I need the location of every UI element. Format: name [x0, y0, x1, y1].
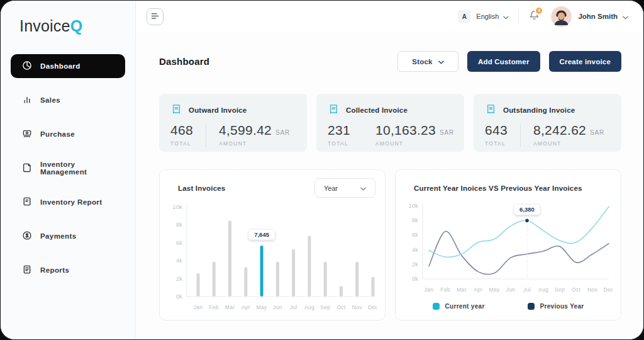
menu-toggle-button[interactable]: [147, 8, 164, 25]
y-tick: 10k: [173, 204, 183, 210]
stat-amount-label: AMOUNT: [219, 140, 290, 147]
year-filter-dropdown[interactable]: Year: [314, 178, 375, 198]
y-tick: 10k: [409, 203, 419, 209]
stock-dropdown-button[interactable]: Stock: [397, 51, 458, 72]
y-tick: 6k: [412, 232, 418, 238]
dashboard-content: Dashboard Stock Add Customer Create invo…: [136, 32, 643, 339]
stat-currency: SAR: [275, 129, 290, 136]
invoice-receipt-icon: [170, 103, 182, 116]
bar-Oct: [340, 286, 343, 297]
chart-legend: Current year Previous Year: [405, 303, 611, 310]
sidebar-item-sales[interactable]: Sales: [11, 88, 125, 112]
sidebar-item-purchase[interactable]: Purchase: [11, 122, 125, 146]
sales-icon: [22, 94, 32, 106]
last-invoices-bar-chart: 0k2k4k6k8k10kJanFebMarAprMayJunJulAugSep…: [169, 200, 377, 317]
y-tick: 8k: [412, 217, 418, 224]
sidebar-item-label: Payments: [40, 232, 77, 240]
add-customer-button[interactable]: Add Customer: [467, 51, 540, 72]
x-label: Jan: [425, 286, 434, 293]
chart-title: Current Year Inoices VS Previous Year In…: [405, 184, 582, 192]
sidebar-item-label: Inventory Report: [40, 198, 102, 206]
x-label: Apr: [242, 304, 250, 310]
sidebar: InvoiceQ Dashboard Sales Purchase Invent…: [1, 1, 136, 339]
bar-May: [260, 246, 264, 297]
x-label: May: [489, 286, 500, 293]
stat-title: Outward Invoice: [189, 106, 247, 114]
bar-Aug: [308, 235, 311, 297]
chart-tooltip-value: 7,645: [254, 231, 269, 238]
sidebar-item-inventory-report[interactable]: Inventory Report: [11, 190, 125, 214]
x-label: Mar: [457, 286, 467, 293]
create-invoice-button[interactable]: Create invoice: [549, 51, 621, 72]
x-label: Jun: [273, 304, 282, 310]
app-window: InvoiceQ Dashboard Sales Purchase Invent…: [1, 1, 643, 339]
charts-row: Last Invoices Year 0k2k4k6k8k10kJanFebMa…: [159, 169, 621, 320]
stat-total-label: TOTAL: [170, 140, 193, 147]
x-label: Jan: [194, 304, 203, 310]
x-label: Aug: [304, 304, 314, 310]
page-actions: Stock Add Customer Create invoice: [397, 51, 621, 72]
x-label: Oct: [336, 304, 345, 310]
inventory-report-icon: [22, 196, 32, 208]
stat-total-value: 643: [485, 123, 508, 138]
last-invoices-card: Last Invoices Year 0k2k4k6k8k10kJanFebMa…: [159, 169, 386, 320]
marker-dot: [525, 218, 530, 223]
stat-currency: SAR: [440, 129, 454, 136]
chart-title: Last Invoices: [169, 184, 225, 192]
chevron-down-icon[interactable]: [503, 11, 509, 22]
sidebar-item-payments[interactable]: Payments: [11, 224, 125, 248]
sidebar-item-reports[interactable]: Reports: [11, 258, 125, 282]
notifications-button[interactable]: 3: [528, 9, 540, 24]
stat-amount-label: AMOUNT: [375, 140, 454, 147]
chevron-down-icon: [438, 58, 444, 65]
y-tick: 4k: [412, 247, 418, 253]
stat-total-label: TOTAL: [328, 140, 350, 147]
bar-Feb: [213, 262, 216, 297]
sidebar-item-label: Dashboard: [40, 62, 80, 70]
page-title: Dashboard: [159, 56, 209, 67]
bar-Dec: [372, 277, 375, 297]
stat-card-collected-invoice: Collected Invoice 231 TOTAL 10,163.23SAR…: [316, 94, 464, 152]
previous-year-swatch: [528, 303, 535, 310]
y-tick: 2k: [412, 261, 418, 268]
topbar: A English 3 John Smith: [136, 1, 643, 32]
stat-card-outward-invoice: Outward Invoice 468 TOTAL 4,599.42SAR AM…: [159, 94, 307, 152]
user-menu-label[interactable]: John Smith: [578, 13, 618, 20]
y-tick: 0k: [412, 276, 418, 282]
reports-icon: [22, 264, 32, 276]
avatar-image: [551, 6, 572, 27]
page-header: Dashboard Stock Add Customer Create invo…: [159, 51, 621, 72]
stat-divider: [520, 123, 521, 147]
x-label: May: [257, 304, 267, 310]
sidebar-item-label: Sales: [40, 96, 60, 104]
sidebar-item-label: Purchase: [40, 130, 75, 138]
bar-Jul: [292, 249, 295, 297]
legend-label: Previous Year: [540, 303, 584, 310]
x-label: Jul: [290, 304, 297, 310]
legend-item-current-year: Current year: [433, 303, 485, 310]
year-comparison-line-chart: 0k2k4k6k8k10kJanFebMarAprMayJunJulAugSep…: [405, 200, 613, 298]
stat-amount-label: AMOUNT: [533, 140, 604, 147]
x-label: Dec: [604, 286, 613, 293]
bar-Apr: [244, 267, 247, 297]
avatar[interactable]: [551, 6, 572, 27]
bar-Nov: [355, 262, 358, 297]
stat-amount-value: 10,163.23: [375, 123, 436, 138]
year-filter-value: Year: [324, 184, 338, 192]
language-selector-label[interactable]: English: [476, 13, 499, 20]
current-year-swatch: [433, 303, 440, 310]
legend-item-previous-year: Previous Year: [528, 303, 584, 310]
line-previous-year: [429, 231, 609, 274]
x-label: Feb: [440, 286, 450, 293]
chevron-down-icon[interactable]: [623, 11, 628, 22]
sidebar-item-dashboard[interactable]: Dashboard: [11, 54, 125, 78]
invoice-receipt-icon: [485, 103, 497, 116]
year-comparison-card: Current Year Inoices VS Previous Year In…: [395, 169, 621, 320]
y-tick: 4k: [176, 258, 182, 264]
sidebar-item-inventory-management[interactable]: Inventory Management: [11, 156, 125, 180]
stat-amount-value: 4,599.42: [219, 123, 272, 138]
x-label: Apr: [474, 286, 482, 293]
purchase-icon: [22, 128, 32, 140]
stat-title: Collected Invoice: [346, 106, 408, 114]
bar-Sep: [324, 262, 327, 297]
